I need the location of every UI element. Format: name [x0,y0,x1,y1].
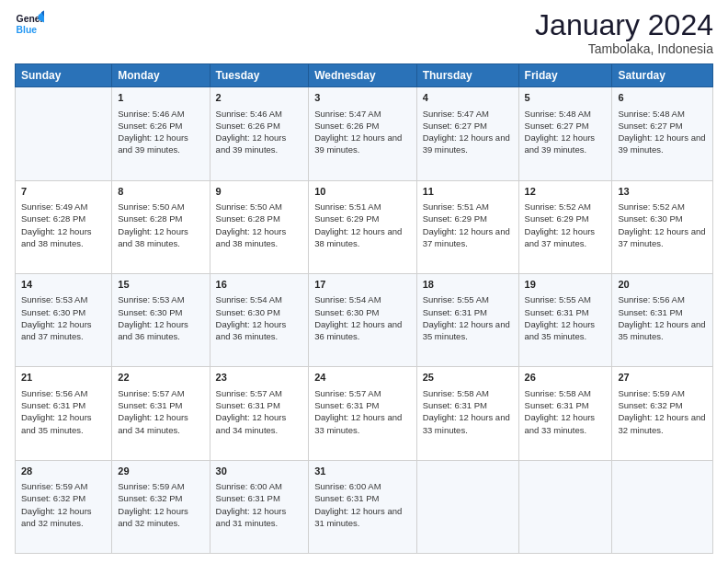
day-number: 20 [618,278,707,292]
day-number: 22 [118,371,203,385]
day-number: 30 [216,465,303,478]
day-cell: 25Sunrise: 5:58 AMSunset: 6:31 PMDayligh… [416,367,518,460]
col-header-friday: Friday [518,64,612,87]
day-info: Sunrise: 5:57 AMSunset: 6:31 PMDaylight:… [314,388,402,435]
day-cell: 28Sunrise: 5:59 AMSunset: 6:32 PMDayligh… [16,460,112,553]
day-info: Sunrise: 5:56 AMSunset: 6:31 PMDaylight:… [21,388,92,435]
day-info: Sunrise: 5:58 AMSunset: 6:31 PMDaylight:… [423,388,510,435]
week-row-5: 28Sunrise: 5:59 AMSunset: 6:32 PMDayligh… [16,460,713,553]
day-info: Sunrise: 6:00 AMSunset: 6:31 PMDaylight:… [314,481,402,528]
col-header-wednesday: Wednesday [309,64,416,87]
day-info: Sunrise: 5:48 AMSunset: 6:27 PMDaylight:… [525,109,596,155]
day-cell: 12Sunrise: 5:52 AMSunset: 6:29 PMDayligh… [518,180,612,273]
day-number: 25 [423,371,513,385]
day-number: 18 [423,278,513,292]
day-number: 28 [21,465,106,478]
day-info: Sunrise: 5:50 AMSunset: 6:28 PMDaylight:… [216,201,287,248]
day-info: Sunrise: 5:57 AMSunset: 6:31 PMDaylight:… [216,388,287,435]
day-number: 7 [21,185,106,199]
day-number: 6 [618,91,707,105]
week-row-4: 21Sunrise: 5:56 AMSunset: 6:31 PMDayligh… [16,367,713,460]
col-header-thursday: Thursday [416,64,518,87]
week-row-2: 7Sunrise: 5:49 AMSunset: 6:28 PMDaylight… [16,180,713,273]
day-number: 21 [21,371,106,385]
day-number: 1 [118,91,203,105]
day-info: Sunrise: 5:59 AMSunset: 6:32 PMDaylight:… [21,481,92,528]
day-info: Sunrise: 5:54 AMSunset: 6:30 PMDaylight:… [314,294,402,341]
day-info: Sunrise: 5:56 AMSunset: 6:31 PMDaylight:… [618,294,705,341]
day-cell: 14Sunrise: 5:53 AMSunset: 6:30 PMDayligh… [16,273,112,366]
day-info: Sunrise: 5:46 AMSunset: 6:26 PMDaylight:… [118,109,188,155]
day-info: Sunrise: 5:54 AMSunset: 6:30 PMDaylight:… [216,294,287,341]
day-cell: 1Sunrise: 5:46 AMSunset: 6:26 PMDaylight… [112,87,210,180]
day-info: Sunrise: 5:59 AMSunset: 6:32 PMDaylight:… [618,388,705,435]
day-cell: 20Sunrise: 5:56 AMSunset: 6:31 PMDayligh… [612,273,713,366]
day-info: Sunrise: 5:52 AMSunset: 6:29 PMDaylight:… [525,201,596,248]
day-number: 15 [118,278,203,292]
day-cell: 24Sunrise: 5:57 AMSunset: 6:31 PMDayligh… [309,367,416,460]
logo: General Blue [15,9,44,39]
day-cell [16,87,112,180]
day-cell: 5Sunrise: 5:48 AMSunset: 6:27 PMDaylight… [518,87,612,180]
day-info: Sunrise: 5:51 AMSunset: 6:29 PMDaylight:… [423,201,510,248]
day-info: Sunrise: 5:47 AMSunset: 6:27 PMDaylight:… [423,109,510,155]
day-info: Sunrise: 5:49 AMSunset: 6:28 PMDaylight:… [21,201,92,248]
day-cell: 11Sunrise: 5:51 AMSunset: 6:29 PMDayligh… [416,180,518,273]
day-cell: 26Sunrise: 5:58 AMSunset: 6:31 PMDayligh… [518,367,612,460]
day-number: 19 [525,278,607,292]
day-number: 24 [314,371,410,385]
day-number: 9 [216,185,303,199]
day-cell: 4Sunrise: 5:47 AMSunset: 6:27 PMDaylight… [416,87,518,180]
day-cell [518,460,612,553]
day-cell: 31Sunrise: 6:00 AMSunset: 6:31 PMDayligh… [309,460,416,553]
day-cell: 16Sunrise: 5:54 AMSunset: 6:30 PMDayligh… [210,273,309,366]
day-cell: 3Sunrise: 5:47 AMSunset: 6:26 PMDaylight… [309,87,416,180]
week-row-1: 1Sunrise: 5:46 AMSunset: 6:26 PMDaylight… [16,87,713,180]
day-cell: 2Sunrise: 5:46 AMSunset: 6:26 PMDaylight… [210,87,309,180]
day-cell [416,460,518,553]
day-info: Sunrise: 5:48 AMSunset: 6:27 PMDaylight:… [618,109,705,155]
day-number: 12 [525,185,607,199]
svg-text:Blue: Blue [17,25,38,35]
day-info: Sunrise: 5:47 AMSunset: 6:26 PMDaylight:… [314,109,402,155]
day-info: Sunrise: 5:59 AMSunset: 6:32 PMDaylight:… [118,481,188,528]
day-number: 2 [216,91,303,105]
page: General Blue January 2024 Tambolaka, Ind… [0,0,728,563]
col-header-sunday: Sunday [16,64,112,87]
col-header-monday: Monday [112,64,210,87]
day-cell: 19Sunrise: 5:55 AMSunset: 6:31 PMDayligh… [518,273,612,366]
day-info: Sunrise: 5:51 AMSunset: 6:29 PMDaylight:… [314,201,402,248]
day-cell: 30Sunrise: 6:00 AMSunset: 6:31 PMDayligh… [210,460,309,553]
col-header-saturday: Saturday [612,64,713,87]
day-number: 13 [618,185,707,199]
col-header-tuesday: Tuesday [210,64,309,87]
day-number: 27 [618,371,707,385]
day-info: Sunrise: 6:00 AMSunset: 6:31 PMDaylight:… [216,481,287,528]
day-cell: 27Sunrise: 5:59 AMSunset: 6:32 PMDayligh… [612,367,713,460]
day-number: 10 [314,185,410,199]
day-info: Sunrise: 5:55 AMSunset: 6:31 PMDaylight:… [525,294,596,341]
day-cell [612,460,713,553]
day-info: Sunrise: 5:53 AMSunset: 6:30 PMDaylight:… [118,294,188,341]
day-cell: 29Sunrise: 5:59 AMSunset: 6:32 PMDayligh… [112,460,210,553]
day-info: Sunrise: 5:53 AMSunset: 6:30 PMDaylight:… [21,294,92,341]
day-number: 3 [314,91,410,105]
day-number: 17 [314,278,410,292]
day-number: 16 [216,278,303,292]
day-number: 29 [118,465,203,478]
day-number: 4 [423,91,513,105]
day-cell: 15Sunrise: 5:53 AMSunset: 6:30 PMDayligh… [112,273,210,366]
location: Tambolaka, Indonesia [535,41,713,56]
day-number: 5 [525,91,607,105]
day-info: Sunrise: 5:55 AMSunset: 6:31 PMDaylight:… [423,294,510,341]
day-cell: 6Sunrise: 5:48 AMSunset: 6:27 PMDaylight… [612,87,713,180]
day-cell: 17Sunrise: 5:54 AMSunset: 6:30 PMDayligh… [309,273,416,366]
day-cell: 23Sunrise: 5:57 AMSunset: 6:31 PMDayligh… [210,367,309,460]
day-number: 23 [216,371,303,385]
day-cell: 10Sunrise: 5:51 AMSunset: 6:29 PMDayligh… [309,180,416,273]
day-info: Sunrise: 5:52 AMSunset: 6:30 PMDaylight:… [618,201,705,248]
day-info: Sunrise: 5:58 AMSunset: 6:31 PMDaylight:… [525,388,596,435]
day-number: 26 [525,371,607,385]
calendar-table: SundayMondayTuesdayWednesdayThursdayFrid… [15,63,713,554]
day-number: 8 [118,185,203,199]
